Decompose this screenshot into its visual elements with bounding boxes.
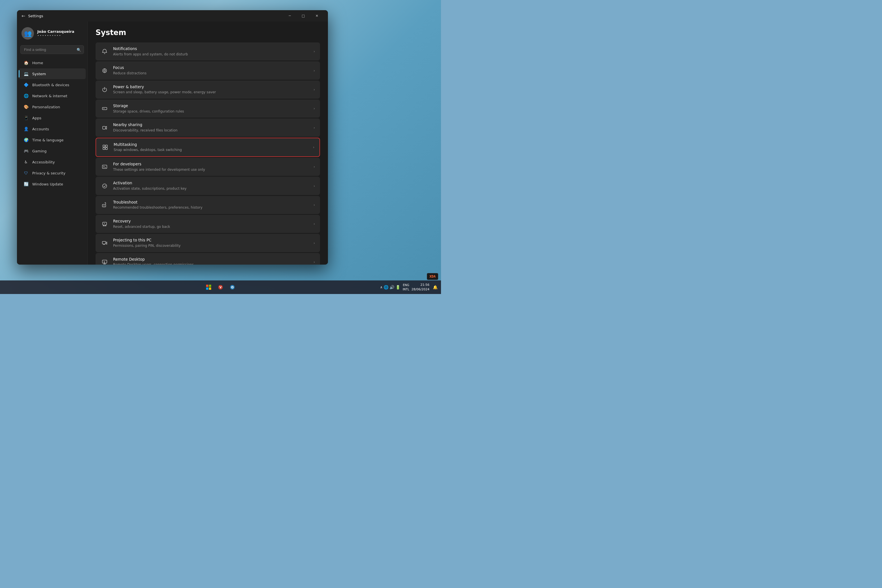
sidebar-item-windows-update[interactable]: 🔄 Windows Update xyxy=(19,178,86,189)
settings-item-activation[interactable]: Activation Activation state, subscriptio… xyxy=(96,177,320,195)
sidebar-item-network[interactable]: 🌐 Network & internet xyxy=(19,90,86,101)
personalization-icon: 🎨 xyxy=(23,104,29,110)
close-button[interactable]: ✕ xyxy=(310,11,323,20)
minimize-button[interactable]: ─ xyxy=(283,11,296,20)
network-icon: 🌐 xyxy=(23,93,29,99)
sidebar-item-label: Time & language xyxy=(32,138,64,142)
chevron-right-icon: › xyxy=(314,184,315,188)
start-button[interactable] xyxy=(204,282,214,292)
bluetooth-icon: 🔷 xyxy=(23,82,29,88)
volume-icon[interactable]: 🔊 xyxy=(390,285,394,290)
sidebar-item-label: Home xyxy=(32,61,43,65)
sidebar-item-bluetooth[interactable]: 🔷 Bluetooth & devices xyxy=(19,80,86,90)
item-desc: Reduce distractions xyxy=(113,71,309,76)
item-label: Notifications xyxy=(113,46,309,51)
settings-item-multitasking[interactable]: Multitasking Snap windows, desktops, tas… xyxy=(96,138,320,157)
maximize-button[interactable]: □ xyxy=(297,11,310,20)
title-bar: ← Settings ─ □ ✕ xyxy=(17,10,328,21)
sidebar-item-time[interactable]: 🌍 Time & language xyxy=(19,135,86,145)
item-label: Troubleshoot xyxy=(113,200,309,205)
time-icon: 🌍 xyxy=(23,137,29,143)
taskbar-app-1[interactable]: V xyxy=(215,282,226,292)
item-desc: Recommended troubleshooters, preferences… xyxy=(113,205,309,210)
wifi-icon[interactable]: 🌐 xyxy=(384,285,388,290)
svg-point-1 xyxy=(104,70,105,72)
sidebar-item-accounts[interactable]: 👤 Accounts xyxy=(19,123,86,134)
sidebar-item-personalization[interactable]: 🎨 Personalization xyxy=(19,102,86,112)
search-input[interactable] xyxy=(20,45,84,54)
chevron-right-icon: › xyxy=(314,222,315,226)
language-indicator: ENGINTL xyxy=(402,283,409,291)
sidebar-item-label: Gaming xyxy=(32,149,46,153)
sidebar-item-apps[interactable]: 📱 Apps xyxy=(19,112,86,123)
sidebar-item-system[interactable]: 💻 System xyxy=(19,68,86,79)
back-button[interactable]: ← xyxy=(21,13,25,19)
taskbar-datetime[interactable]: 21:56 28/06/2024 xyxy=(412,283,429,292)
system-icon: 💻 xyxy=(23,71,29,76)
troubleshoot-icon xyxy=(100,201,108,209)
settings-item-recovery[interactable]: Recovery Reset, advanced startup, go bac… xyxy=(96,215,320,233)
chevron-right-icon: › xyxy=(313,145,314,149)
clock-time: 21:56 xyxy=(412,283,429,288)
taskbar-time[interactable]: ENGINTL xyxy=(402,283,409,291)
settings-item-for-developers[interactable]: For developers These settings are intend… xyxy=(96,158,320,176)
apps-icon: 📱 xyxy=(23,115,29,121)
chevron-right-icon: › xyxy=(314,126,315,130)
svg-rect-7 xyxy=(103,126,105,129)
item-desc: Permissions, pairing PIN, discoverabilit… xyxy=(113,243,309,248)
item-label: Focus xyxy=(113,65,309,70)
svg-rect-12 xyxy=(102,165,107,168)
svg-rect-9 xyxy=(105,145,107,147)
for-developers-icon xyxy=(100,163,108,171)
settings-item-nearby-sharing[interactable]: Nearby sharing Discoverability, received… xyxy=(96,118,320,136)
item-desc: Snap windows, desktops, task switching xyxy=(114,148,308,152)
search-icon: 🔍 xyxy=(76,48,81,52)
settings-item-troubleshoot[interactable]: Troubleshoot Recommended troubleshooters… xyxy=(96,196,320,214)
sidebar-item-home[interactable]: 🏠 Home xyxy=(19,57,86,68)
gaming-icon: 🎮 xyxy=(23,148,29,154)
taskbar: V ∧ 🌐 🔊 🔋 ENGINTL xyxy=(0,280,441,294)
sidebar-item-gaming[interactable]: 🎮 Gaming xyxy=(19,146,86,156)
svg-rect-27 xyxy=(206,288,208,290)
item-label: For developers xyxy=(113,162,309,167)
chevron-up-icon[interactable]: ∧ xyxy=(380,285,383,289)
sidebar-item-label: Windows Update xyxy=(32,182,63,186)
accounts-icon: 👤 xyxy=(23,126,29,132)
settings-item-power[interactable]: Power & battery Screen and sleep, batter… xyxy=(96,81,320,99)
svg-text:V: V xyxy=(219,286,222,289)
svg-line-14 xyxy=(104,167,104,167)
settings-item-focus[interactable]: Focus Reduce distractions › xyxy=(96,62,320,80)
item-desc: Reset, advanced startup, go back xyxy=(113,225,309,229)
svg-rect-20 xyxy=(102,242,106,244)
chevron-right-icon: › xyxy=(314,69,315,73)
settings-item-notifications[interactable]: Notifications Alerts from apps and syste… xyxy=(96,42,320,60)
windows-update-icon: 🔄 xyxy=(23,181,29,187)
settings-item-storage[interactable]: Storage Storage space, drives, configura… xyxy=(96,99,320,118)
sidebar-item-privacy[interactable]: 🛡 Privacy & security xyxy=(19,168,86,178)
svg-rect-11 xyxy=(105,148,107,150)
storage-icon xyxy=(100,105,108,112)
main-panel: System Notifications Alerts from app xyxy=(88,21,328,265)
notification-icon[interactable]: 🔔 xyxy=(433,285,438,290)
taskbar-center: V xyxy=(204,282,237,292)
clock-date: 28/06/2024 xyxy=(412,287,429,292)
search-box: 🔍 xyxy=(20,45,84,54)
item-desc: Storage space, drives, configuration rul… xyxy=(113,109,309,114)
window-controls: ─ □ ✕ xyxy=(283,11,323,20)
svg-rect-8 xyxy=(103,145,105,147)
recovery-icon xyxy=(100,220,108,228)
item-label: Nearby sharing xyxy=(113,122,309,128)
xda-watermark: XDA xyxy=(427,273,438,280)
sidebar-item-accessibility[interactable]: ♿ Accessibility xyxy=(19,157,86,167)
item-desc: Screen and sleep, battery usage, power m… xyxy=(113,90,309,95)
taskbar-app-2[interactable] xyxy=(227,282,237,292)
settings-item-remote-desktop[interactable]: Remote Desktop Remote Desktop users, con… xyxy=(96,253,320,265)
sidebar-item-label: Personalization xyxy=(32,105,60,109)
home-icon: 🏠 xyxy=(23,60,29,66)
item-desc: Activation state, subscriptions, product… xyxy=(113,186,309,191)
battery-icon: 🔋 xyxy=(396,285,400,290)
settings-item-projecting[interactable]: Projecting to this PC Permissions, pairi… xyxy=(96,234,320,252)
projecting-icon xyxy=(100,239,108,247)
user-profile[interactable]: 👥 João Carrasqueira •••••••••• xyxy=(17,24,87,44)
nearby-sharing-icon xyxy=(100,124,108,132)
